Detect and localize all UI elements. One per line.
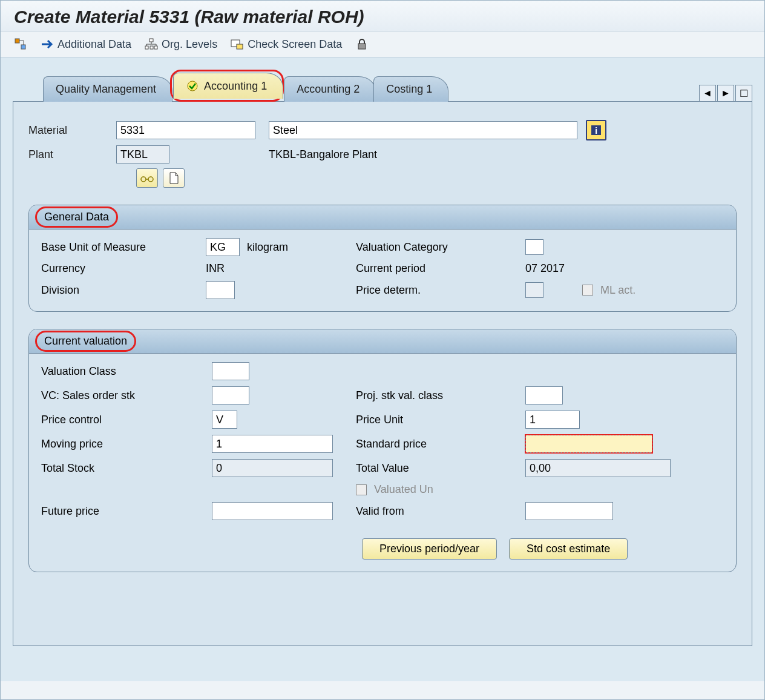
curperiod-value: 07 2017: [525, 262, 565, 275]
pricedet-input: [525, 282, 543, 298]
info-icon: i: [590, 124, 602, 136]
current-valuation-title: Current valuation: [41, 332, 131, 350]
lock-icon: [355, 38, 369, 51]
vcsos-input[interactable]: [212, 386, 249, 404]
svg-rect-14: [358, 44, 366, 49]
plant-label: Plant: [28, 148, 116, 161]
content-panel: Material i Plant TKBL-Bangalore Plant: [13, 101, 752, 646]
page-icon: [168, 172, 179, 184]
tab-list-icon: ☐: [740, 88, 748, 99]
validfrom-input[interactable]: [525, 502, 613, 520]
valun-label: Valuated Un: [374, 483, 433, 496]
plant-desc: TKBL-Bangalore Plant: [269, 148, 377, 161]
svg-rect-6: [150, 46, 153, 49]
vcsos-label: VC: Sales order stk: [41, 389, 205, 402]
triangle-left-icon: ◄: [703, 88, 712, 99]
movprice-label: Moving price: [41, 438, 205, 451]
priceunit-input[interactable]: [525, 411, 580, 429]
org-levels-label: Org. Levels: [162, 38, 217, 51]
svg-rect-7: [154, 46, 157, 49]
future-input[interactable]: [212, 502, 333, 520]
std-cost-estimate-button[interactable]: Std cost estimate: [509, 538, 628, 560]
totstock-input: [212, 459, 333, 477]
tab-list-button[interactable]: ☐: [735, 85, 752, 102]
lock-button[interactable]: [355, 38, 369, 51]
plant-code-input: [116, 145, 169, 163]
current-valuation-group: Current valuation Valuation Class VC: Sa…: [28, 329, 737, 572]
stdprice-input[interactable]: [525, 435, 652, 453]
valun-checkbox: [356, 484, 367, 495]
projstk-label: Proj. stk val. class: [356, 389, 443, 402]
buom-label: Base Unit of Measure: [41, 241, 199, 254]
svg-rect-1: [21, 45, 25, 49]
info-button[interactable]: i: [586, 120, 606, 140]
svg-rect-5: [145, 46, 148, 49]
tab-scroll-left[interactable]: ◄: [699, 85, 716, 102]
division-input[interactable]: [206, 281, 235, 299]
check-screen-icon: [231, 38, 244, 51]
svg-point-19: [148, 177, 153, 182]
division-label: Division: [41, 284, 199, 297]
currency-value: INR: [206, 262, 225, 275]
svg-point-15: [188, 81, 197, 91]
additional-data-label: Additional Data: [57, 38, 131, 51]
stdprice-label: Standard price: [356, 438, 427, 451]
check-screen-label: Check Screen Data: [248, 38, 342, 51]
glasses-icon: [140, 173, 154, 183]
pricectrl-label: Price control: [41, 414, 205, 426]
additional-data-button[interactable]: Additional Data: [41, 38, 131, 51]
mlact-checkbox: [582, 285, 593, 296]
highlight-general-data: General Data: [35, 206, 118, 228]
totvalue-input: [525, 459, 671, 477]
validfrom-label: Valid from: [356, 505, 404, 518]
future-label: Future price: [41, 505, 205, 518]
highlight-current-valuation: Current valuation: [35, 331, 136, 352]
hierarchy-plus-icon: [14, 38, 27, 51]
material-label: Material: [28, 124, 116, 137]
movprice-input[interactable]: [212, 435, 333, 453]
tab-scroll-right[interactable]: ►: [717, 85, 734, 102]
svg-rect-4: [149, 39, 153, 42]
general-data-group: General Data Base Unit of Measure kilogr…: [28, 205, 737, 312]
svg-point-18: [141, 177, 146, 182]
create-view-button[interactable]: [14, 38, 27, 51]
valclass-input[interactable]: [212, 362, 249, 380]
material-code-input[interactable]: [116, 121, 255, 139]
svg-rect-13: [237, 44, 243, 49]
org-levels-button[interactable]: Org. Levels: [145, 38, 217, 51]
totvalue-label: Total Value: [356, 462, 409, 475]
tab-quality-mgmt[interactable]: Quality Management: [43, 76, 172, 102]
check-screen-button[interactable]: Check Screen Data: [231, 38, 342, 51]
totstock-label: Total Stock: [41, 462, 205, 475]
pricedet-label: Price determ.: [356, 284, 421, 297]
active-tab-icon: [186, 79, 199, 93]
arrow-right-icon: [41, 38, 54, 51]
pricectrl-input[interactable]: [212, 411, 237, 429]
valcat-input[interactable]: [525, 239, 543, 255]
valclass-label: Valuation Class: [41, 365, 205, 378]
curperiod-label: Current period: [356, 262, 425, 275]
valcat-label: Valuation Category: [356, 241, 448, 254]
projstk-input[interactable]: [525, 386, 563, 404]
mlact-label: ML act.: [600, 284, 635, 297]
tab-accounting-2[interactable]: Accounting 2: [284, 76, 376, 102]
tab-costing-1[interactable]: Costing 1: [373, 76, 448, 102]
general-data-title: General Data: [41, 208, 113, 226]
tab-strip: Quality Management Accounting 1 Accounti…: [43, 70, 752, 102]
display-change-button[interactable]: [136, 168, 158, 188]
priceunit-label: Price Unit: [356, 414, 403, 426]
svg-rect-0: [15, 39, 19, 43]
buom-text: kilogram: [247, 241, 288, 254]
new-doc-button[interactable]: [163, 168, 185, 188]
page-title: Create Material 5331 (Raw material ROH): [14, 7, 751, 27]
triangle-right-icon: ►: [721, 88, 731, 99]
buom-input[interactable]: [206, 238, 240, 256]
highlight-accounting1: Accounting 1: [170, 70, 284, 102]
material-desc-input[interactable]: [269, 121, 577, 139]
previous-period-button[interactable]: Previous period/year: [362, 538, 497, 560]
org-tree-icon: [145, 38, 158, 51]
app-toolbar: Additional Data Org. Levels Check Screen…: [1, 31, 764, 58]
svg-text:i: i: [595, 125, 597, 136]
currency-label: Currency: [41, 262, 199, 275]
tab-accounting-1[interactable]: Accounting 1: [173, 73, 283, 99]
